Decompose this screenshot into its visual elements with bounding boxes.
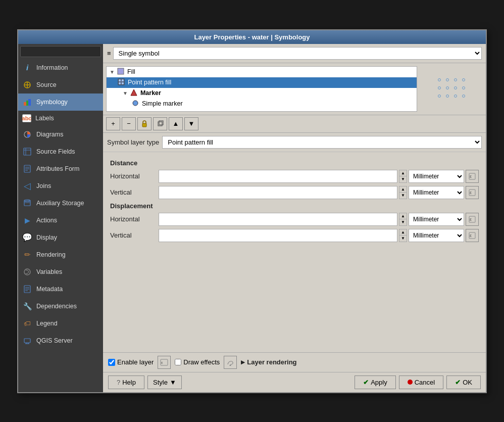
- displacement-vertical-input[interactable]: 0.000000: [159, 229, 397, 242]
- move-layer-up-button[interactable]: ▲: [169, 117, 183, 130]
- sidebar-item-joins[interactable]: ◁ Joins: [18, 177, 103, 195]
- tree-row-point-pattern-fill[interactable]: Point pattern fill: [107, 77, 417, 88]
- distance-horizontal-expr[interactable]: ε: [466, 170, 479, 183]
- draw-effects-paint-btn[interactable]: [224, 356, 237, 369]
- sidebar-item-actions[interactable]: ▶ Actions: [18, 212, 103, 229]
- displacement-horizontal-input[interactable]: 0.000000: [159, 213, 397, 226]
- joins-icon: ◁: [22, 181, 32, 191]
- ok-button[interactable]: ✔ OK: [446, 376, 481, 389]
- search-box[interactable]: [18, 44, 103, 59]
- dot: [462, 78, 465, 81]
- move-layer-down-button[interactable]: ▼: [184, 117, 198, 130]
- distance-horizontal-up[interactable]: ▲: [399, 170, 407, 176]
- sidebar-item-diagrams[interactable]: Diagrams: [18, 126, 103, 143]
- symbol-toolbar: + − ▲ ▼: [103, 115, 486, 133]
- enable-layer-expr-btn[interactable]: ε: [158, 356, 171, 369]
- remove-layer-button[interactable]: −: [122, 117, 136, 130]
- sidebar-item-attributes-form[interactable]: Attributes Form: [18, 160, 103, 177]
- displacement-horizontal-down[interactable]: ▼: [399, 219, 407, 225]
- svg-rect-3: [24, 102, 26, 106]
- svg-rect-34: [142, 123, 146, 127]
- displacement-vertical-down[interactable]: ▼: [399, 236, 407, 242]
- distance-vertical-up[interactable]: ▲: [399, 186, 407, 193]
- symbology-icon: [22, 97, 32, 107]
- style-label: Style: [153, 379, 168, 386]
- displacement-horizontal-label: Horizontal: [110, 215, 156, 223]
- sidebar-item-legend[interactable]: 🏷 Legend: [18, 315, 103, 332]
- tree-row-marker[interactable]: ▼ Marker: [107, 88, 417, 99]
- distance-vertical-unit[interactable]: Millimeter: [409, 186, 464, 199]
- draw-effects-label[interactable]: Draw effects: [183, 358, 220, 366]
- layer-rendering-label: Layer rendering: [247, 358, 296, 366]
- displacement-vertical-unit[interactable]: Millimeter: [409, 229, 464, 242]
- distance-vertical-expr[interactable]: ε: [466, 186, 479, 199]
- sidebar-item-labels[interactable]: abc Labels: [18, 111, 103, 126]
- svg-point-17: [24, 269, 30, 275]
- distance-horizontal-unit[interactable]: Millimeter: [409, 170, 464, 183]
- enable-layer-checkbox[interactable]: [108, 359, 115, 366]
- dependencies-icon: 🔧: [22, 301, 32, 311]
- symbol-type-select[interactable]: Single symbol: [113, 47, 482, 60]
- displacement-horizontal-unit[interactable]: Millimeter: [409, 213, 464, 226]
- displacement-horizontal-expr[interactable]: ε: [466, 213, 479, 226]
- auxiliary-storage-icon: [22, 198, 32, 208]
- displacement-horizontal-up[interactable]: ▲: [399, 213, 407, 219]
- svg-point-29: [122, 79, 124, 81]
- sidebar: i Information Source Symbology abc Label…: [18, 44, 103, 392]
- sidebar-item-metadata[interactable]: Metadata: [18, 280, 103, 298]
- distance-horizontal-input[interactable]: 4.000000: [159, 170, 397, 183]
- enable-layer-label[interactable]: Enable layer: [117, 358, 154, 366]
- enable-layer-group: Enable layer ε: [108, 356, 171, 369]
- distance-vertical-input[interactable]: 4.000000: [159, 186, 397, 199]
- sidebar-item-variables[interactable]: Variables: [18, 263, 103, 280]
- apply-label: Apply: [371, 379, 387, 386]
- sidebar-item-qgis-server[interactable]: QGIS Server: [18, 332, 103, 349]
- style-button[interactable]: Style ▼: [147, 376, 182, 389]
- sidebar-item-label: QGIS Server: [36, 337, 73, 344]
- dot: [438, 78, 441, 81]
- dot: [446, 78, 449, 81]
- sidebar-item-source-fields[interactable]: Source Fields: [18, 143, 103, 160]
- sidebar-item-rendering[interactable]: ✏ Rendering: [18, 246, 103, 263]
- dot: [454, 95, 457, 98]
- sidebar-item-label: Display: [36, 234, 57, 241]
- dialog-title: Layer Properties - water | Symbology: [194, 33, 310, 41]
- distance-vertical-down[interactable]: ▼: [399, 193, 407, 199]
- add-layer-button[interactable]: +: [106, 117, 120, 130]
- svg-text:ε: ε: [470, 233, 472, 238]
- sidebar-item-label: Dependencies: [36, 303, 77, 310]
- draw-effects-checkbox[interactable]: [175, 359, 181, 365]
- svg-rect-5: [28, 99, 31, 106]
- distance-header: Distance: [110, 159, 479, 167]
- displacement-vertical-up[interactable]: ▲: [399, 229, 407, 236]
- labels-icon: abc: [22, 114, 31, 122]
- svg-text:ε: ε: [470, 217, 472, 222]
- diagrams-icon: [22, 129, 32, 139]
- displacement-vertical-expr[interactable]: ε: [466, 229, 479, 242]
- variables-icon: [22, 267, 32, 277]
- distance-horizontal-down[interactable]: ▼: [399, 176, 407, 182]
- sidebar-item-display[interactable]: 💬 Display: [18, 229, 103, 246]
- sidebar-item-dependencies[interactable]: 🔧 Dependencies: [18, 298, 103, 315]
- tree-row-simple-marker[interactable]: Simple marker: [107, 99, 417, 109]
- duplicate-layer-button[interactable]: [153, 117, 167, 130]
- layer-rendering-arrow: ▶: [241, 359, 245, 365]
- lock-layer-button[interactable]: [137, 117, 152, 130]
- svg-text:ε: ε: [470, 174, 472, 179]
- help-button[interactable]: ? Help: [108, 376, 144, 389]
- sidebar-item-auxiliary-storage[interactable]: Auxiliary Storage: [18, 195, 103, 212]
- sidebar-item-source[interactable]: Source: [18, 76, 103, 93]
- cancel-button[interactable]: Cancel: [399, 376, 443, 389]
- layer-type-select[interactable]: Point pattern fill: [162, 136, 482, 149]
- simple-marker-label: Simple marker: [142, 100, 183, 107]
- tree-row-fill[interactable]: ▼ Fill: [107, 67, 417, 77]
- apply-button[interactable]: ✔ Apply: [355, 376, 396, 389]
- displacement-horizontal-input-group: 0.000000 ▲ ▼ Millimeter ε: [159, 213, 479, 226]
- sidebar-item-information[interactable]: i Information: [18, 59, 103, 76]
- layer-rendering-toggle[interactable]: ▶ Layer rendering: [241, 358, 296, 366]
- layer-type-row: Symbol layer type Point pattern fill: [103, 133, 486, 152]
- sidebar-item-symbology[interactable]: Symbology: [18, 93, 103, 111]
- symbol-tree[interactable]: ▼ Fill Point pattern fill: [106, 66, 417, 112]
- pattern-preview: [422, 66, 483, 112]
- search-input[interactable]: [20, 46, 101, 57]
